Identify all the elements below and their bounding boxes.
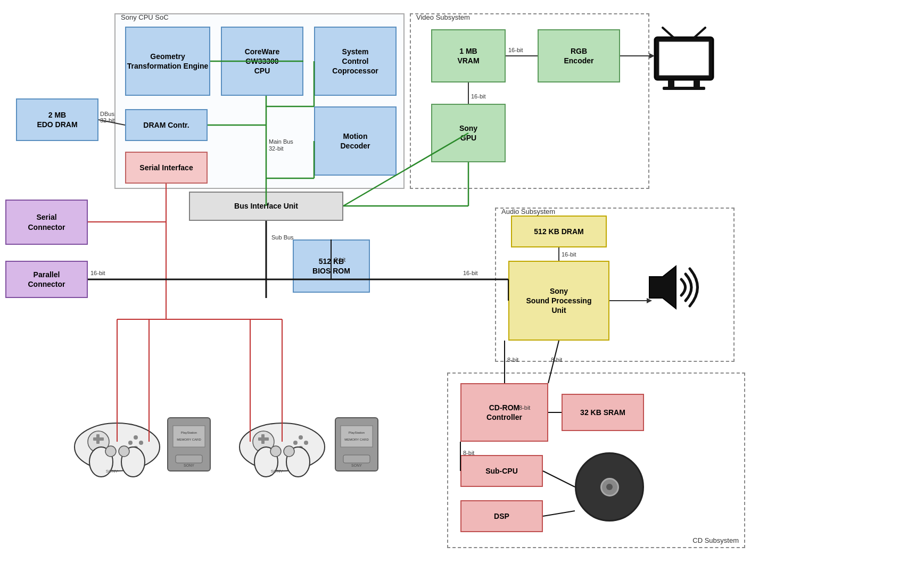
cd-disc-icon — [575, 452, 644, 522]
svg-point-13 — [139, 441, 143, 445]
svg-text:16-bit: 16-bit — [463, 270, 478, 276]
svg-point-14 — [128, 441, 133, 445]
sony-gpu-box: SonyGPU — [431, 104, 506, 162]
controller-2-icon: SONY — [229, 394, 335, 481]
svg-text:SONY: SONY — [184, 464, 194, 467]
svg-rect-41 — [341, 426, 373, 447]
controller-1-icon: SONY — [64, 394, 170, 481]
cdrom-ctrl-box: CD-ROMController — [460, 383, 548, 442]
svg-text:MEMORY CARD: MEMORY CARD — [177, 438, 201, 441]
svg-text:16-bit: 16-bit — [90, 270, 105, 276]
svg-rect-11 — [96, 434, 100, 444]
subcpu-box: Sub-CPU — [460, 455, 543, 487]
svg-marker-7 — [649, 266, 676, 309]
memory-card-1-icon: PlayStation MEMORY CARD SONY — [165, 415, 213, 476]
svg-line-5 — [663, 28, 673, 37]
svg-point-33 — [293, 441, 298, 445]
svg-point-38 — [284, 446, 294, 457]
video-subsystem-label: Video Subsystem — [416, 13, 470, 21]
bios-rom-box: 512 KBBIOS ROM — [293, 239, 370, 293]
bus-interface-unit-box: Bus Interface Unit — [189, 192, 343, 221]
dram-2mb-box: 2 MBEDO DRAM — [16, 98, 98, 141]
dram-512-box: 512 KB DRAM — [511, 216, 607, 247]
rgb-encoder-box: RGBEncoder — [538, 29, 620, 82]
svg-text:SONY: SONY — [351, 464, 362, 467]
parallel-connector-box: ParallelConnector — [5, 261, 88, 298]
svg-text:PlayStation: PlayStation — [181, 431, 197, 434]
svg-text:PlayStation: PlayStation — [349, 431, 365, 434]
svg-point-37 — [270, 446, 281, 457]
svg-rect-2 — [668, 80, 674, 88]
tv-icon — [649, 27, 719, 93]
svg-text:MEMORY CARD: MEMORY CARD — [344, 438, 369, 441]
svg-text:DBus: DBus — [100, 111, 114, 117]
svg-text:Sub Bus: Sub Bus — [271, 234, 294, 241]
svg-line-6 — [695, 28, 705, 37]
svg-text:SONY: SONY — [271, 469, 283, 474]
svg-rect-3 — [694, 80, 700, 88]
svg-point-12 — [134, 435, 138, 440]
gte-box: Geometry Transformation Engine — [125, 27, 210, 96]
svg-point-8 — [75, 423, 160, 471]
svg-point-31 — [299, 435, 303, 440]
audio-subsystem-label: Audio Subsystem — [501, 208, 555, 216]
spu-box: SonySound ProcessingUnit — [508, 261, 609, 341]
scc-box: SystemControlCoprocessor — [314, 27, 397, 96]
svg-point-18 — [105, 446, 116, 457]
sony-cpu-soc-label: Sony CPU SoC — [121, 13, 169, 21]
svg-point-19 — [119, 446, 129, 457]
coreware-box: CoreWareCW33300CPU — [221, 27, 303, 96]
svg-text:SONY: SONY — [106, 469, 118, 474]
svg-text:32-bit: 32-bit — [100, 117, 115, 123]
svg-rect-4 — [663, 87, 705, 90]
dram-contr-box: DRAM Contr. — [125, 109, 208, 141]
serial-interface-box: Serial Interface — [125, 152, 208, 184]
svg-rect-22 — [173, 426, 205, 447]
svg-rect-30 — [261, 434, 265, 444]
motion-decoder-box: MotionDecoder — [314, 106, 397, 176]
speaker-icon — [644, 261, 708, 316]
serial-connector-box: SerialConnector — [5, 200, 88, 245]
svg-rect-1 — [659, 42, 709, 76]
cd-subsystem-label: CD Subsystem — [692, 536, 739, 544]
svg-point-32 — [304, 441, 308, 445]
svg-rect-44 — [343, 455, 370, 463]
svg-point-27 — [240, 423, 325, 471]
memory-card-2-icon: PlayStation MEMORY CARD SONY — [333, 415, 381, 476]
vram-box: 1 MBVRAM — [431, 29, 506, 82]
svg-rect-25 — [176, 455, 202, 463]
dsp-box: DSP — [460, 500, 543, 532]
sram-32-box: 32 KB SRAM — [562, 394, 644, 431]
